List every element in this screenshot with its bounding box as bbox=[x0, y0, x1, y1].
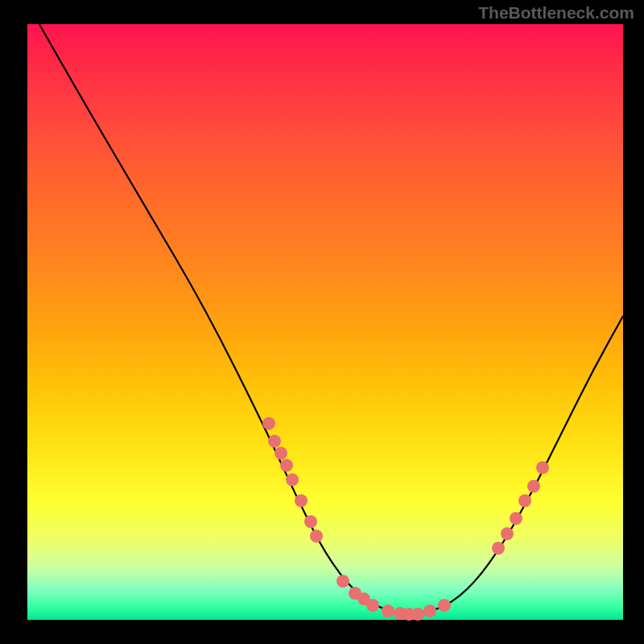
data-marker bbox=[510, 512, 522, 525]
data-marker bbox=[411, 608, 424, 621]
plot-area bbox=[27, 24, 623, 620]
data-marker bbox=[492, 542, 505, 555]
data-marker bbox=[501, 527, 514, 540]
data-marker bbox=[304, 515, 317, 528]
data-marker bbox=[268, 435, 281, 448]
data-marker bbox=[336, 575, 349, 588]
watermark-text: TheBottleneck.com bbox=[478, 3, 634, 23]
data-marker bbox=[438, 599, 451, 612]
data-marker bbox=[382, 605, 394, 617]
data-marker bbox=[262, 417, 275, 430]
data-marker bbox=[366, 599, 379, 612]
data-marker bbox=[518, 494, 531, 507]
data-marker bbox=[275, 447, 287, 460]
data-marker bbox=[423, 605, 436, 617]
chart-curve bbox=[27, 24, 623, 620]
data-marker bbox=[286, 473, 299, 486]
data-marker bbox=[295, 494, 308, 507]
data-marker bbox=[280, 459, 293, 472]
data-marker bbox=[310, 530, 323, 543]
data-marker bbox=[527, 480, 540, 493]
data-marker bbox=[536, 461, 549, 474]
